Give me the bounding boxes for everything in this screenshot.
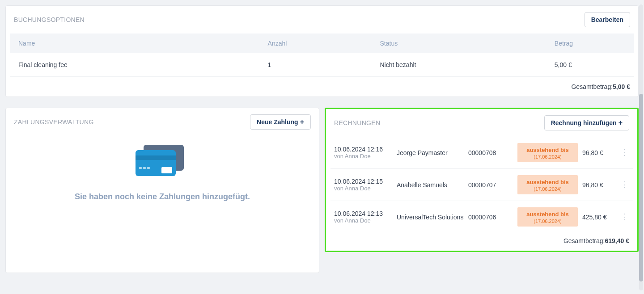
invoices-title: RECHNUNGEN bbox=[334, 119, 380, 126]
scrollbar-thumb[interactable] bbox=[639, 94, 643, 281]
scrollbar[interactable] bbox=[639, 4, 643, 282]
cell-qty: 1 bbox=[260, 53, 372, 77]
col-name: Name bbox=[10, 34, 260, 53]
total-label: Gesamtbetrag: bbox=[571, 83, 613, 90]
plus-icon: + bbox=[300, 118, 304, 126]
total-value: 619,40 € bbox=[605, 237, 630, 244]
invoice-customer: UniversalTech Solutions bbox=[397, 214, 464, 221]
invoice-number: 00000707 bbox=[468, 181, 513, 189]
add-invoice-button[interactable]: Rechnung hinzufügen + bbox=[544, 115, 629, 130]
invoice-number: 00000706 bbox=[468, 214, 513, 221]
booking-options-title: BUCHUNGSOPTIONEN bbox=[14, 16, 85, 23]
invoice-author: von Anna Doe bbox=[334, 153, 392, 160]
edit-button[interactable]: Bearbeiten bbox=[585, 12, 630, 27]
cell-name: Final cleaning fee bbox=[10, 53, 260, 77]
kebab-menu-icon[interactable] bbox=[621, 180, 629, 189]
invoices-total: Gesamtbetrag:619,40 € bbox=[326, 233, 637, 251]
invoice-customer: Anabelle Samuels bbox=[397, 181, 464, 189]
add-invoice-label: Rechnung hinzufügen bbox=[551, 119, 617, 126]
new-payment-button[interactable]: Neue Zahlung + bbox=[250, 114, 311, 130]
invoices-card: RECHNUNGEN Rechnung hinzufügen + 10.06.2… bbox=[325, 108, 639, 252]
invoice-amount: 96,80 € bbox=[582, 149, 616, 156]
total-label: Gesamtbetrag: bbox=[564, 237, 605, 244]
table-row: Final cleaning fee 1 Nicht bezahlt 5,00 … bbox=[10, 53, 634, 77]
new-payment-label: Neue Zahlung bbox=[257, 118, 298, 126]
invoice-number: 00000708 bbox=[468, 149, 513, 156]
kebab-menu-icon[interactable] bbox=[621, 212, 629, 221]
booking-total: Gesamtbetrag:5,00 € bbox=[6, 77, 638, 97]
invoice-amount: 96,80 € bbox=[582, 181, 616, 189]
invoice-author: von Anna Doe bbox=[334, 185, 392, 192]
invoice-row[interactable]: 10.06.2024 12:16 von Anna Doe Jeorge Pay… bbox=[330, 137, 633, 169]
payments-empty-state: Sie haben noch keine Zahlungen hinzugefü… bbox=[6, 136, 319, 273]
kebab-menu-icon[interactable] bbox=[621, 148, 629, 157]
invoice-customer: Jeorge Paymaster bbox=[397, 149, 464, 156]
invoice-date: 10.06.2024 12:13 bbox=[334, 210, 392, 217]
status-badge: ausstehend bis (17.06.2024) bbox=[517, 143, 578, 162]
status-badge: ausstehend bis (17.06.2024) bbox=[517, 175, 578, 194]
payments-title: ZAHLUNGSVERWALTUNG bbox=[14, 118, 94, 126]
booking-options-card: BUCHUNGSOPTIONEN Bearbeiten Name Anzahl … bbox=[5, 5, 639, 97]
invoice-row[interactable]: 10.06.2024 12:15 von Anna Doe Anabelle S… bbox=[330, 169, 633, 201]
edit-button-label: Bearbeiten bbox=[591, 16, 623, 23]
payments-empty-text: Sie haben noch keine Zahlungen hinzugefü… bbox=[75, 192, 250, 202]
total-value: 5,00 € bbox=[613, 83, 630, 90]
status-badge: ausstehend bis (17.06.2024) bbox=[517, 207, 578, 227]
invoice-row[interactable]: 10.06.2024 12:13 von Anna Doe UniversalT… bbox=[330, 201, 633, 233]
col-status: Status bbox=[372, 34, 547, 53]
invoice-date: 10.06.2024 12:15 bbox=[334, 178, 392, 185]
col-qty: Anzahl bbox=[260, 34, 372, 53]
invoice-author: von Anna Doe bbox=[334, 217, 392, 224]
col-amount: Betrag bbox=[547, 34, 634, 53]
invoice-amount: 425,80 € bbox=[582, 214, 616, 221]
plus-icon: + bbox=[619, 119, 623, 126]
credit-card-icon bbox=[136, 145, 189, 181]
payments-card: ZAHLUNGSVERWALTUNG Neue Zahlung + bbox=[5, 108, 319, 273]
invoice-date: 10.06.2024 12:16 bbox=[334, 146, 392, 153]
invoice-list: 10.06.2024 12:16 von Anna Doe Jeorge Pay… bbox=[326, 137, 637, 233]
cell-amount: 5,00 € bbox=[547, 53, 634, 77]
booking-options-table: Name Anzahl Status Betrag Final cleaning… bbox=[10, 34, 634, 77]
cell-status: Nicht bezahlt bbox=[372, 53, 547, 77]
